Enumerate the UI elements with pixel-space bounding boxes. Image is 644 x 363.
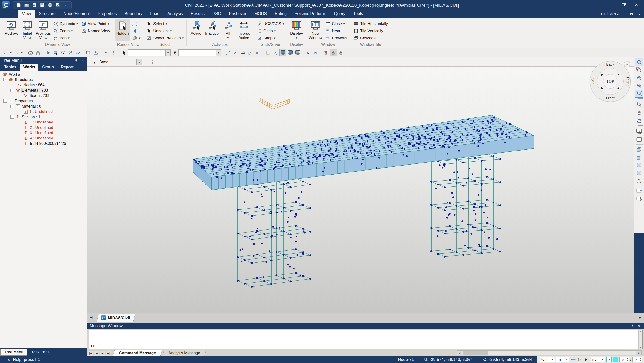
close-panel-icon[interactable]: ×: [80, 58, 86, 63]
menu-rating[interactable]: Rating: [271, 10, 290, 18]
spin-up-icon[interactable]: ▲: [639, 357, 642, 360]
iso-view-4-button[interactable]: [635, 169, 643, 177]
menu-node-element[interactable]: Node/Element: [60, 10, 94, 18]
display-mode-combo[interactable]: non▾: [590, 357, 605, 362]
forward-dropdown[interactable]: ▾: [20, 49, 24, 56]
help-menu[interactable]: Help ▾: [607, 12, 618, 17]
swap-button[interactable]: ⇄: [240, 49, 246, 56]
tab-works[interactable]: Works: [20, 64, 38, 70]
select-intersect-button[interactable]: [67, 49, 74, 56]
pick-element-button[interactable]: [110, 49, 117, 56]
tab-command-message[interactable]: Command Message: [113, 350, 162, 356]
unit-system-icon[interactable]: [570, 357, 576, 362]
redraw-button[interactable]: Redraw: [4, 19, 19, 42]
project-info-button[interactable]: i: [31, 2, 38, 8]
compass-left-button[interactable]: Left: [590, 77, 595, 86]
monitor2-button[interactable]: [287, 49, 294, 56]
settings-gear-icon[interactable]: ⚙: [601, 11, 605, 17]
pin-icon[interactable]: [74, 59, 80, 62]
stage-tool-button[interactable]: [254, 49, 261, 56]
combo-dropdown-icon[interactable]: ▾: [165, 50, 170, 56]
tile-vertically-button[interactable]: Tile Vertically: [352, 28, 389, 34]
previous-view-button[interactable]: Previous View: [36, 19, 51, 42]
compass-front-button[interactable]: Front: [590, 96, 630, 100]
tab-report[interactable]: Report: [58, 64, 77, 70]
tab-scroll-left-button[interactable]: ◀: [88, 314, 94, 321]
tree-item-section-1[interactable]: I 1 : Undefined: [0, 120, 87, 125]
collapse-icon[interactable]: −: [4, 78, 7, 82]
hierarchy-button[interactable]: [34, 49, 42, 56]
zoom-window-button[interactable]: [635, 58, 643, 66]
scroll-right-icon[interactable]: ▶: [636, 350, 642, 355]
menu-properties[interactable]: Properties: [94, 10, 121, 18]
tree-item-material[interactable]: − I Material : 0: [0, 104, 87, 109]
iso-view-3-button[interactable]: [635, 161, 643, 169]
restore-button[interactable]: [617, 1, 629, 8]
dynamic-pan-button[interactable]: [635, 109, 643, 116]
lock-result-button[interactable]: [337, 49, 344, 56]
iso-view-2-button[interactable]: [635, 153, 643, 161]
tree-item-section[interactable]: − I Section : 1: [0, 114, 87, 120]
menu-tools[interactable]: Tools: [349, 10, 367, 18]
message-vertical-scrollbar[interactable]: ▲ ▼: [638, 330, 642, 349]
message-horizontal-scrollbar[interactable]: ◀ ▶: [457, 350, 642, 355]
collapse-icon[interactable]: −: [10, 115, 14, 118]
tab-task-pane[interactable]: Task Pane: [28, 349, 54, 355]
page-spinner-current[interactable]: 0 ▲▼: [620, 357, 629, 362]
minimize-button[interactable]: –: [603, 1, 616, 8]
select-plane-button[interactable]: [74, 49, 81, 56]
menu-seismic[interactable]: Seismic Perform.: [290, 10, 330, 18]
model-canvas[interactable]: [88, 66, 634, 312]
compass-top-button[interactable]: TOP: [603, 74, 618, 88]
menu-structure[interactable]: Structure: [35, 10, 60, 18]
qat-overflow-button[interactable]: ▾: [63, 2, 69, 8]
unselect-button[interactable]: Unselect▾: [145, 28, 185, 34]
compass-collapse-button[interactable]: ∧: [624, 61, 630, 67]
menu-pushover[interactable]: Pushover: [225, 10, 250, 18]
last-tab-button[interactable]: ▶|: [106, 350, 112, 356]
scroll-left-icon[interactable]: ◀: [457, 350, 462, 355]
select-window-button[interactable]: [52, 49, 59, 56]
tab-analysis-message[interactable]: Analysis Message: [162, 350, 206, 356]
menu-query[interactable]: Query: [330, 10, 349, 18]
tree-item-beam[interactable]: Beam : 733: [0, 93, 87, 98]
blank-view-button[interactable]: [635, 136, 643, 143]
tree-item-section-5[interactable]: I 5 : H 800x300x14/26: [0, 141, 87, 146]
tree-item-structures[interactable]: − Structures: [0, 77, 87, 82]
doc-restore-button[interactable]: [629, 12, 634, 16]
combo-dropdown-icon[interactable]: ▾: [216, 50, 221, 56]
back-button[interactable]: ←: [2, 49, 9, 56]
element-number-button[interactable]: N: [312, 49, 319, 56]
render-option-button[interactable]: [131, 28, 142, 34]
spin-down-icon[interactable]: ▼: [639, 360, 642, 362]
open-file-button[interactable]: [23, 2, 30, 8]
stage-combo[interactable]: Base: [100, 60, 134, 64]
dynamic-zoom-button[interactable]: ±: [635, 101, 643, 109]
dynamic-zoom-button[interactable]: + Dynamic▾: [52, 20, 79, 27]
named-view-button[interactable]: Named View: [80, 28, 111, 34]
scrollbar-thumb[interactable]: [463, 351, 488, 355]
tab-tree-menu[interactable]: Tree Menu: [0, 349, 27, 356]
spin-up-icon[interactable]: ▲: [626, 357, 629, 360]
axis-toggle-icon[interactable]: [577, 357, 583, 362]
bridge-model[interactable]: [88, 66, 634, 312]
menu-results[interactable]: Results: [187, 10, 208, 18]
zoom-fit-button[interactable]: [635, 90, 643, 98]
tree-item-material-1[interactable]: I 1 : Undefined: [0, 109, 87, 114]
menu-view[interactable]: View: [18, 10, 35, 18]
capture-button[interactable]: [27, 49, 34, 56]
redraw-view-button[interactable]: [635, 128, 643, 136]
measure-angle-button[interactable]: [232, 49, 239, 56]
tree-item-properties[interactable]: − I Properties: [0, 98, 87, 104]
tab-scroll-right-button[interactable]: ▶: [637, 314, 643, 321]
zoom-dynamic-button[interactable]: [635, 66, 643, 74]
grids-button[interactable]: Grids▾: [255, 28, 285, 34]
active-button[interactable]: Active: [188, 19, 204, 42]
stage-dropdown-icon[interactable]: ▾: [136, 59, 142, 65]
filter-combo[interactable]: ▾: [178, 50, 221, 56]
render-select-box-button[interactable]: [131, 20, 142, 27]
color-swatch[interactable]: [613, 357, 618, 362]
view-point-button[interactable]: View Point▾: [80, 20, 111, 27]
undo-select-button[interactable]: [85, 49, 92, 56]
pan-button[interactable]: Pan▾: [52, 35, 79, 42]
